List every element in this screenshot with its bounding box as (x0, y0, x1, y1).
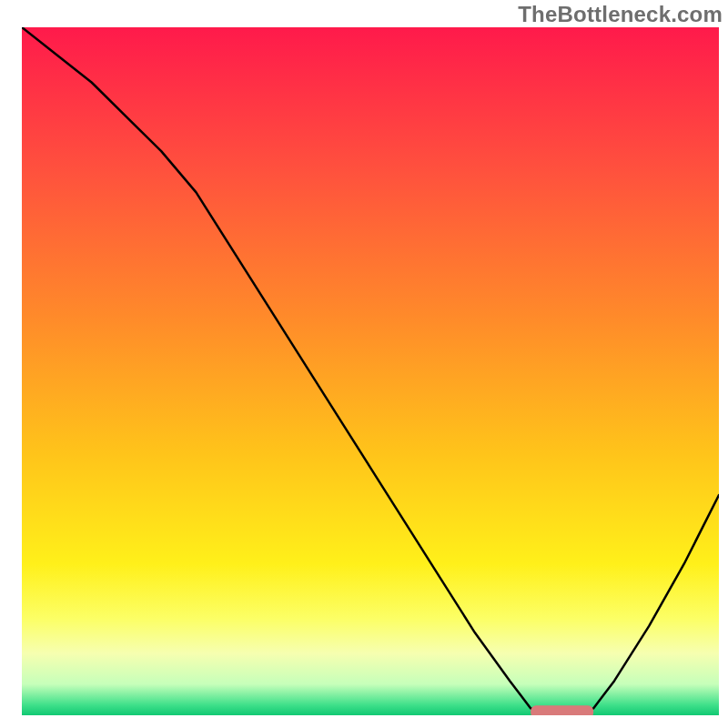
watermark-text: TheBottleneck.com (518, 2, 723, 27)
plot-background (22, 27, 719, 715)
bottleneck-chart (0, 0, 728, 728)
optimal-range-marker (531, 705, 593, 718)
chart-stage: TheBottleneck.com (0, 0, 728, 728)
